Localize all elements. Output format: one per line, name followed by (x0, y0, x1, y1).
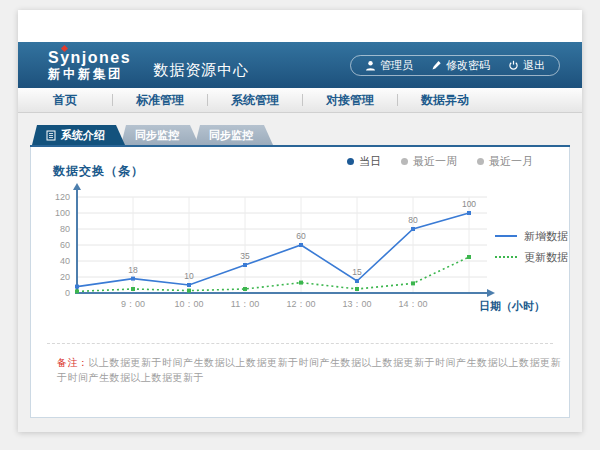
nav-item-standard-mgmt[interactable]: 标准管理 (113, 92, 207, 109)
tab-sync-monitor-2[interactable]: 同步监控 (195, 125, 273, 145)
content-area: 系统介绍 同步监控 同步监控 当日 最近一周 (18, 113, 582, 432)
radio-dot-icon (401, 158, 408, 165)
nav-item-interface-mgmt[interactable]: 对接管理 (303, 92, 397, 109)
svg-text:20: 20 (60, 272, 70, 282)
svg-text:80: 80 (408, 215, 418, 225)
brand-logo: Synjones 新中新集团 (48, 49, 131, 82)
legend-item-new-data: 新增数据 (495, 229, 568, 243)
radio-last-month[interactable]: 最近一月 (477, 154, 533, 169)
radio-dot-icon (347, 158, 354, 165)
svg-text:120: 120 (55, 192, 70, 202)
note-divider (47, 343, 553, 344)
svg-text:11：00: 11：00 (231, 299, 259, 309)
chart-legend: 新增数据 更新数据 (495, 229, 568, 271)
radio-today[interactable]: 当日 (347, 154, 381, 169)
nav-item-data-change[interactable]: 数据异动 (398, 92, 492, 109)
footnote-text: 以上数据更新于时间产生数据以上数据更新于时间产生数据以上数据更新于时间产生数据以… (57, 357, 561, 383)
nav-item-home[interactable]: 首页 (18, 92, 112, 109)
change-password-button[interactable]: 修改密码 (431, 58, 490, 73)
svg-text:9：00: 9：00 (121, 299, 145, 309)
brand-name-en: Synjones (48, 49, 131, 67)
chart-panel: 当日 最近一周 最近一月 数据交换（条） 0204060801001209：00… (30, 147, 570, 418)
svg-text:100: 100 (55, 208, 70, 218)
app-window: Synjones 新中新集团 数据资源中心 管理员 修改密码 (18, 10, 582, 432)
radio-last-week[interactable]: 最近一周 (401, 154, 457, 169)
svg-text:40: 40 (60, 256, 70, 266)
svg-text:60: 60 (296, 231, 306, 241)
solid-line-swatch-icon (495, 235, 517, 237)
main-nav: 首页 标准管理 系统管理 对接管理 数据异动 (18, 88, 582, 113)
chart-x-axis-label: 日期（小时） (479, 299, 545, 314)
period-filter: 当日 最近一周 最近一月 (347, 154, 533, 169)
dotted-line-swatch-icon (495, 256, 517, 258)
svg-text:13：00: 13：00 (342, 299, 371, 309)
edit-icon (431, 60, 442, 71)
tab-system-intro[interactable]: 系统介绍 (32, 125, 125, 145)
svg-text:100: 100 (462, 199, 476, 209)
tab-sync-monitor-1[interactable]: 同步监控 (121, 125, 199, 145)
radio-dot-icon (477, 158, 484, 165)
user-menu: 管理员 修改密码 退出 (350, 55, 560, 76)
app-header: Synjones 新中新集团 数据资源中心 管理员 修改密码 (18, 42, 582, 88)
tab-underline (30, 145, 570, 147)
chart-y-axis-label: 数据交换（条） (53, 163, 144, 180)
svg-text:80: 80 (60, 224, 70, 234)
svg-text:18: 18 (128, 265, 138, 275)
user-account-button[interactable]: 管理员 (365, 58, 413, 73)
svg-text:14：00: 14：00 (398, 299, 427, 309)
user-icon (365, 60, 376, 71)
power-icon (508, 60, 519, 71)
brand-name-cn: 新中新集团 (48, 67, 131, 81)
footnote: 备注：以上数据更新于时间产生数据以上数据更新于时间产生数据以上数据更新于时间产生… (57, 355, 561, 385)
svg-text:35: 35 (240, 251, 250, 261)
footnote-prefix: 备注： (57, 357, 89, 368)
page-title: 数据资源中心 (153, 61, 249, 80)
nav-item-system-mgmt[interactable]: 系统管理 (208, 92, 302, 109)
svg-text:60: 60 (60, 240, 70, 250)
svg-text:15: 15 (352, 267, 362, 277)
document-icon (46, 130, 56, 141)
legend-item-updated-data: 更新数据 (495, 250, 568, 264)
logout-button[interactable]: 退出 (508, 58, 545, 73)
svg-text:0: 0 (65, 288, 70, 298)
tab-bar: 系统介绍 同步监控 同步监控 (32, 125, 570, 145)
svg-text:12：00: 12：00 (286, 299, 315, 309)
svg-text:10: 10 (184, 271, 194, 281)
line-chart: 0204060801001209：0010：0011：0012：0013：001… (41, 181, 511, 317)
svg-text:10：00: 10：00 (174, 299, 203, 309)
